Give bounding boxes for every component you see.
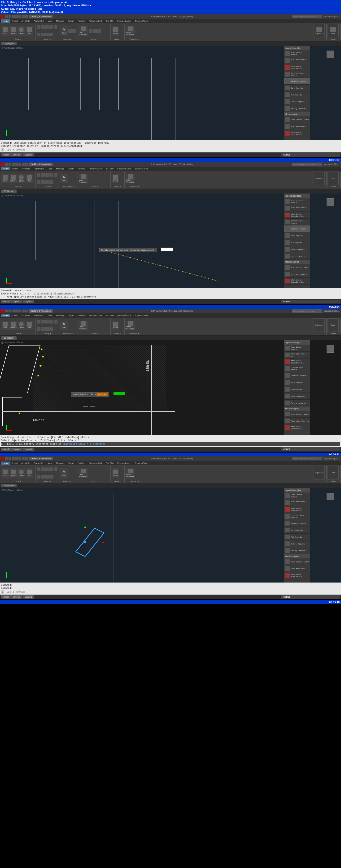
tab-output[interactable]: Output [66, 20, 76, 23]
modify-icon[interactable] [41, 25, 45, 29]
workspace-switcher[interactable]: Drafting & Annotation [29, 163, 53, 166]
tab-bim360[interactable]: BIM 360 [104, 167, 116, 170]
viewcube[interactable] [324, 490, 336, 502]
layer-icon[interactable] [93, 29, 97, 33]
tab-parametric[interactable]: Parametric [32, 20, 46, 23]
model-tab[interactable]: Model [1, 300, 11, 303]
quick-access-toolbar[interactable] [5, 310, 28, 312]
group-properties-label[interactable]: Properties ▾ [125, 38, 142, 40]
tab-featured[interactable]: Featured Apps [115, 167, 133, 170]
line-button[interactable]: Line [1, 174, 9, 183]
file-tab-active[interactable]: 03_Begin* [1, 42, 17, 45]
tab-annotate[interactable]: Annotate [20, 20, 32, 23]
layout-tab[interactable]: Layout1 [11, 153, 23, 156]
viewcube[interactable] [324, 48, 336, 60]
polyline-button[interactable]: Polyline [9, 174, 17, 183]
command-line[interactable]: Specify point on side to offset or [Exit… [0, 435, 341, 447]
palette-item[interactable]: International SpeedLimit Si... [284, 130, 310, 137]
viewport-label[interactable]: [-][Top][Shades of Gray] [1, 489, 23, 491]
status-tool-icon[interactable] [308, 153, 312, 157]
status-tool-icon[interactable] [312, 153, 316, 157]
modify-icon[interactable] [45, 25, 49, 29]
drawing-canvas[interactable]: [-][Top][Shades of Gray] Imperial sample… [0, 46, 341, 141]
user-menu[interactable]: subpartner@au... [323, 16, 340, 18]
group-block-label[interactable]: Block ▾ [112, 38, 123, 40]
user-menu[interactable]: subpartner@au... [323, 458, 340, 460]
tool-palette[interactable]: Imperial samples Road Section - Imperial… [284, 193, 310, 288]
modify-icon[interactable] [54, 25, 57, 29]
tool-palette[interactable]: Imperial samples Road Section - Imperial… [284, 340, 310, 435]
search-input[interactable]: Type a keyword or phrase [292, 163, 322, 166]
tab-insert[interactable]: Insert [10, 167, 20, 170]
tab-insert[interactable]: Insert [10, 20, 20, 23]
tab-manage[interactable]: Manage [54, 167, 66, 170]
viewport-label[interactable]: [-][Top][Shades of Gray] [1, 194, 23, 197]
status-tool-icon[interactable] [328, 153, 332, 157]
modify-icon[interactable] [37, 25, 40, 29]
tab-bim360[interactable]: BIM 360 [104, 20, 116, 23]
layout-tab[interactable]: Layout2 [23, 153, 34, 156]
search-input[interactable]: Type a keyword or phrase [292, 309, 322, 313]
workspace-switcher[interactable]: Drafting & Annotation [29, 15, 53, 18]
layer-icon[interactable] [89, 29, 92, 33]
clipboard-panel[interactable]: Clipboard [314, 172, 325, 185]
status-tool-icon[interactable] [320, 153, 324, 157]
tab-express[interactable]: Express Tools [133, 167, 150, 170]
palette-item[interactable]: Parking - Imperial [284, 105, 310, 112]
status-tool-icon[interactable] [324, 153, 328, 157]
status-tool-icon[interactable] [336, 153, 340, 157]
drawing-canvas[interactable]: [-][Top][Shades of Gray] ★ ★ ★ ★ ★ Main … [0, 340, 341, 435]
selected-block-icon[interactable] [71, 523, 104, 557]
match-props-button[interactable]: Match Properties [125, 26, 135, 36]
circle-button[interactable]: Circle [18, 174, 25, 183]
palette-item[interactable]: PVI - Imperial [284, 91, 310, 98]
status-tool-icon[interactable] [316, 153, 320, 157]
command-line[interactable]: Command: Duplicate definition of block R… [0, 141, 341, 152]
file-tab-active[interactable]: 03_Begin* [1, 189, 17, 193]
circle-button[interactable]: Circle [18, 26, 25, 36]
palette-item[interactable]: Road Section - Imperial [284, 50, 310, 57]
status-tool-icon[interactable] [296, 153, 300, 157]
quick-access-toolbar[interactable] [5, 457, 28, 460]
tab-view[interactable]: View [46, 167, 54, 170]
tab-home[interactable]: Home [1, 314, 10, 317]
search-input[interactable]: Type a keyword or phrase [292, 15, 322, 18]
modify-icon[interactable] [45, 33, 49, 36]
annotation-icon[interactable] [73, 29, 76, 33]
viewport-label[interactable]: [-][Top][Shades of Gray] [1, 341, 23, 344]
match-props-button[interactable]: Match Properties [125, 174, 135, 183]
palette-item[interactable]: Bore - Imperial [284, 85, 310, 91]
palette-item[interactable]: Concrete Pipe - Imperial [284, 71, 310, 78]
base-panel[interactable]: Base [328, 172, 339, 185]
command-line[interactable]: Command: Command: ▶Type a command [0, 583, 341, 595]
tab-a360[interactable]: Autodesk 360 [87, 20, 104, 23]
clipboard-panel[interactable]: Clipboard [314, 24, 325, 37]
user-menu[interactable]: subpartner@au... [323, 310, 340, 312]
layer-icon[interactable] [97, 29, 101, 33]
group-view-label[interactable]: View ▾ [328, 38, 339, 40]
group-annotation-label[interactable]: Annotation ▾ [60, 38, 77, 40]
workspace-switcher[interactable]: Drafting & Annotation [29, 309, 53, 313]
tab-home[interactable]: Home [1, 167, 10, 170]
tab-manage[interactable]: Manage [54, 20, 66, 23]
tab-output[interactable]: Output [66, 167, 76, 170]
modify-icon[interactable] [37, 33, 40, 36]
annotation-icon[interactable] [68, 29, 72, 33]
text-button[interactable]: AText [60, 174, 68, 183]
tab-annotate[interactable]: Annotate [20, 167, 32, 170]
tab-express[interactable]: Express Tools [133, 20, 150, 23]
group-modify-label[interactable]: Modify ▾ [37, 38, 58, 40]
modify-icon[interactable] [50, 25, 53, 29]
palette-item[interactable]: Road Intersection - ... [284, 123, 310, 130]
quick-access-toolbar[interactable] [5, 15, 28, 18]
autocad-logo-icon[interactable] [1, 163, 4, 166]
quick-access-toolbar[interactable] [5, 163, 28, 166]
text-button[interactable]: AText [60, 26, 68, 36]
tab-view[interactable]: View [46, 20, 54, 23]
base-panel[interactable]: Base [328, 24, 339, 37]
drawing-canvas[interactable]: [-][Top][Shades of Gray] Specify second … [0, 193, 341, 288]
tab-featured[interactable]: Featured Apps [115, 20, 133, 23]
command-line[interactable]: Command: _move 1 found Specify base poin… [0, 288, 341, 299]
arc-button[interactable]: Arc [26, 26, 33, 36]
drawing-canvas[interactable]: [-][Top][Shades of Gray] Imperial sample… [0, 488, 341, 583]
